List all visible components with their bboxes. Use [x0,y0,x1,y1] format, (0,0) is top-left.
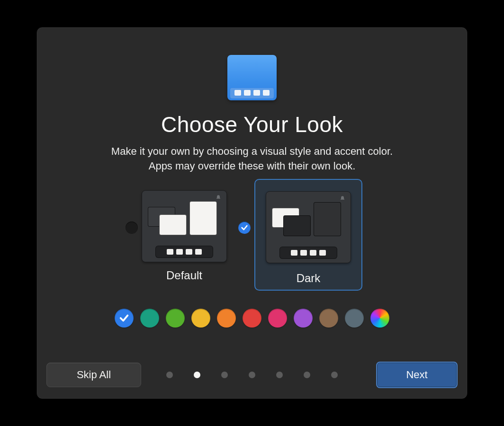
page-indicator [141,372,363,378]
wizard-footer: Skip All Next [37,362,467,388]
theme-label-default: Default [166,269,202,282]
theme-radio-dark[interactable] [238,222,251,234]
theme-options-row: Default Dark [142,190,362,291]
accent-swatch-rainbow[interactable] [370,309,389,328]
theme-option-dark[interactable]: Dark [254,190,362,291]
page-title: Choose Your Look [161,112,343,137]
page-dot-4[interactable] [276,372,283,378]
page-dot-6[interactable] [331,372,338,378]
theme-preview-light [142,190,227,262]
theme-option-default[interactable]: Default [142,190,227,282]
page-dot-1[interactable] [194,372,200,378]
theme-radio-default[interactable] [126,222,138,234]
theme-preview-dark [266,191,351,263]
desktop-hero-icon [227,55,277,100]
accent-swatch-yellow[interactable] [191,309,210,328]
accent-swatch-slate[interactable] [345,309,364,328]
accent-swatch-orange[interactable] [217,309,236,328]
accent-swatch-brown[interactable] [319,309,338,328]
accent-swatch-red[interactable] [243,309,261,328]
page-subtitle: Make it your own by choosing a visual st… [111,144,393,173]
accent-swatch-green[interactable] [166,309,185,328]
page-dot-5[interactable] [304,372,310,378]
accent-color-row [115,309,389,328]
theme-label-dark: Dark [297,272,321,285]
setup-wizard-window: Choose Your Look Make it your own by cho… [36,27,468,399]
accent-swatch-magenta[interactable] [268,309,287,328]
page-dot-2[interactable] [221,372,228,378]
accent-swatch-teal[interactable] [140,309,159,328]
next-button[interactable]: Next [376,362,458,388]
accent-swatch-purple[interactable] [294,309,313,328]
accent-swatch-blue[interactable] [115,309,134,328]
theme-selected-frame: Dark [254,179,362,291]
page-dot-3[interactable] [249,372,255,378]
skip-all-button[interactable]: Skip All [46,363,141,387]
page-dot-0[interactable] [166,372,173,378]
